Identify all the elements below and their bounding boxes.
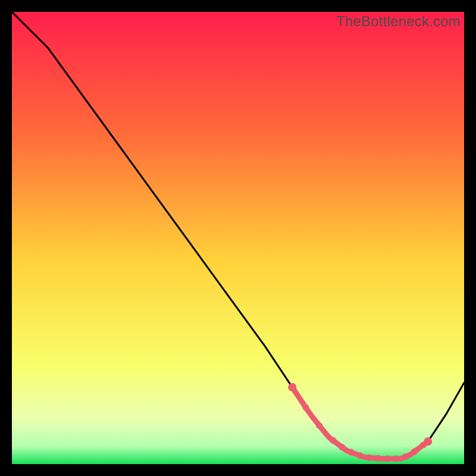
highlight-dot xyxy=(402,453,409,460)
highlight-dot xyxy=(375,455,381,462)
chart-frame: TheBottleneck.com xyxy=(12,12,464,464)
watermark-text: TheBottleneck.com xyxy=(336,13,461,30)
highlight-dot xyxy=(303,405,309,411)
highlight-dot xyxy=(411,449,418,455)
highlight-dot xyxy=(366,455,372,461)
highlight-dot xyxy=(330,437,336,444)
highlight-dot xyxy=(384,455,390,462)
gradient-background xyxy=(12,12,464,464)
highlight-dot xyxy=(288,383,296,392)
highlight-dot xyxy=(393,455,400,462)
highlight-dot xyxy=(348,449,355,456)
chart-svg xyxy=(12,12,464,464)
highlight-dot xyxy=(357,452,364,459)
chart-plot: TheBottleneck.com xyxy=(12,12,464,464)
highlight-dot xyxy=(316,422,322,429)
highlight-dot xyxy=(339,444,345,450)
highlight-dot xyxy=(424,437,432,446)
